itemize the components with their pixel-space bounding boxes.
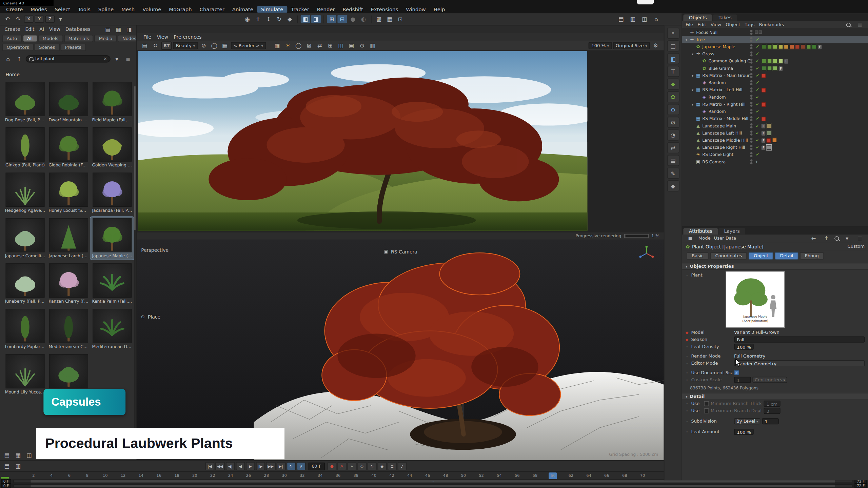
home-icon[interactable]: ⌂	[3, 55, 13, 63]
image-size-dropdown[interactable]: Original Size▾	[613, 42, 650, 49]
disabled-tool-icon-2[interactable]: ◐	[359, 15, 368, 23]
asset-item-japanese-larch-fall-plant[interactable]: Japanese Larch (Fall, Plant)	[47, 217, 90, 260]
enabled-check-icon[interactable]: ✓	[755, 102, 760, 107]
tab-objects[interactable]: Objects	[683, 14, 712, 21]
keyframe-position-toggle[interactable]: ⌖	[348, 462, 356, 470]
menu-spline[interactable]: Spline	[94, 6, 118, 13]
visibility-dots[interactable]	[750, 102, 753, 107]
menu-window[interactable]: Window	[402, 6, 430, 13]
zoom-dropdown[interactable]: 100 %▾	[589, 42, 612, 49]
next-frame-button[interactable]: |▶	[256, 462, 265, 470]
max-branch-input[interactable]: 3	[764, 408, 780, 414]
layer-toggles[interactable]	[755, 30, 763, 35]
renderer-dropdown[interactable]: < Render >▾	[231, 42, 266, 49]
visibility-dots[interactable]	[750, 52, 753, 57]
enabled-check-icon[interactable]: ✓	[755, 138, 760, 143]
quantize-toggle[interactable]: ⊟	[337, 15, 347, 23]
enabled-check-icon[interactable]: ✓	[755, 116, 760, 121]
visibility-dots[interactable]	[750, 159, 753, 164]
enabled-check-icon[interactable]: ✓	[755, 152, 760, 157]
scale-tool-icon[interactable]: ↕	[264, 15, 273, 23]
asset-item-kentia-palm-fall-plant[interactable]: Kentia Palm (Fall, Plant)	[91, 262, 134, 305]
om-search-icon[interactable]	[846, 22, 851, 27]
om-filter-icon[interactable]: ≣	[855, 20, 865, 28]
vp-refresh-icon[interactable]: ↻	[151, 41, 160, 49]
vp-magic-icon[interactable]: ✶	[283, 41, 293, 49]
asset-item-dwarf-mountain-pine-fall-plant[interactable]: Dwarf Mountain Pine (Fall, Plant)	[47, 81, 90, 123]
keyframe-scale-toggle[interactable]: ◇	[357, 462, 366, 470]
enabled-check-icon[interactable]: ✓	[755, 73, 760, 78]
axis-lock-toggle[interactable]: ◨	[311, 15, 321, 23]
tree-item-landscape-left-hill[interactable]: ▲Landscape Left Hill✓F	[682, 129, 868, 137]
tree-item-grass[interactable]: ▾✛Grass✓	[682, 50, 868, 58]
section-tab-basic[interactable]: Basic	[687, 252, 708, 260]
asset-item-dog-rose-fall-plant[interactable]: Dog-Rose (Fall, Plant)	[3, 81, 47, 123]
preview-scrollbar[interactable]	[13, 484, 852, 488]
plant-preview[interactable]: Japanese Maple (Acer palmatum)	[726, 271, 785, 328]
filter-tab-models[interactable]: Models	[38, 35, 63, 42]
ab-menu-create[interactable]: Create	[4, 26, 20, 32]
live-selection-tool-icon[interactable]: ◉	[243, 15, 252, 23]
render-view-button[interactable]: ▦	[385, 15, 394, 23]
browser-list-icon[interactable]: ▤	[2, 451, 12, 459]
up-arrow-icon[interactable]: ↑	[15, 55, 24, 63]
add-icon[interactable]: +	[755, 159, 758, 164]
menu-select[interactable]: Select	[51, 6, 74, 13]
use-min-branch-checkbox[interactable]	[704, 401, 709, 406]
redo-icon[interactable]: ↷	[13, 15, 23, 23]
ab-menu-edit[interactable]: Edit	[25, 26, 34, 32]
asset-item-lombardy-poplar-fall-plant[interactable]: Lombardy Poplar (Fall, Plant)	[3, 308, 47, 350]
subdivision-dropdown[interactable]: By Level▾	[734, 418, 760, 424]
asset-item-globe-robinia-fall-plant[interactable]: Globe Robinia (Fall, Plant)	[47, 126, 90, 169]
undo-icon[interactable]: ↶	[3, 15, 12, 23]
modeling-axis-toggle[interactable]: ◧	[301, 15, 310, 23]
timeline-list-icon[interactable]: ▥	[13, 462, 23, 470]
vp-snapshot-icon[interactable]: ▩	[273, 41, 282, 49]
menu-render[interactable]: Render	[313, 6, 339, 13]
enabled-check-icon[interactable]: ✓	[755, 37, 760, 42]
section-tab-detail[interactable]: Detail	[775, 252, 798, 260]
enabled-check-icon[interactable]: ✓	[755, 145, 760, 150]
om-menu-file[interactable]: File	[686, 22, 693, 27]
filter-tab-all[interactable]: All	[23, 35, 37, 42]
custom-scale-input[interactable]: 1	[734, 377, 751, 383]
visibility-dots[interactable]	[750, 116, 753, 121]
asset-item-field-maple-fall-plant[interactable]: Field Maple (Fall, Plant)	[91, 81, 134, 123]
side-flower-tool-icon[interactable]: ✿	[667, 91, 679, 102]
menu-tools[interactable]: Tools	[74, 6, 95, 13]
menu-create[interactable]: Create	[2, 6, 27, 13]
menu-mograph[interactable]: MoGraph	[165, 6, 196, 13]
om-menu-edit[interactable]: Edit	[697, 22, 706, 27]
enabled-check-icon[interactable]: ✓	[755, 80, 760, 85]
visibility-dots[interactable]	[750, 145, 753, 150]
tree-item-landscape-main[interactable]: ▲Landscape Main✓F	[682, 122, 868, 129]
visibility-dots[interactable]	[750, 59, 753, 64]
tree-item-focus-null[interactable]: ✛Focus Null	[682, 29, 868, 36]
model-dropdown[interactable]: Variant 3 Full-Grown	[734, 330, 780, 335]
keyframe-rotation-toggle[interactable]: ↻	[368, 462, 376, 470]
mode-menu[interactable]: Mode	[698, 236, 711, 241]
vp-menu-icon[interactable]: ▤	[140, 41, 150, 49]
rt-button[interactable]: RT	[161, 41, 172, 49]
menu-volume[interactable]: Volume	[139, 6, 165, 13]
tree-item-rs-matrix-left-hill[interactable]: ▾▦RS Matrix - Left Hill✓	[682, 86, 868, 94]
menu-extensions[interactable]: Extensions	[367, 6, 402, 13]
side-swap-tool-icon[interactable]: ⇄	[667, 142, 679, 154]
category-tab-operators[interactable]: Operators	[2, 44, 34, 51]
menu-simulate[interactable]: Simulate	[257, 6, 287, 13]
vp-grid-snap-icon[interactable]: ⊞	[326, 41, 335, 49]
section-tab-phong[interactable]: Phong	[800, 252, 824, 260]
enabled-check-icon[interactable]: ✓	[755, 87, 760, 93]
editor-mode-dropdown[interactable]: Render Geometry	[734, 360, 865, 366]
tree-item-rs-matrix-middle-hill[interactable]: ▦RS Matrix - Middle Hill✓	[682, 115, 868, 122]
use-max-branch-checkbox[interactable]	[704, 408, 709, 413]
menu-tracker[interactable]: Tracker	[287, 6, 313, 13]
layout-quad-icon[interactable]: ◫	[640, 15, 649, 23]
tree-item-random[interactable]: ◈Random✓	[682, 94, 868, 101]
viewport-label[interactable]: Perspective	[141, 247, 169, 253]
om-menu-view[interactable]: View	[711, 22, 721, 27]
layout-single-icon[interactable]: ⌂	[652, 15, 661, 23]
coord-system-dropdown[interactable]: ▾	[56, 15, 65, 23]
attr-dropdown-icon[interactable]: ▾	[842, 234, 852, 242]
asset-item-mound-lily-yucca-fall-plant[interactable]: Mound Lily Yucca (Fall, Plant)	[3, 353, 47, 396]
